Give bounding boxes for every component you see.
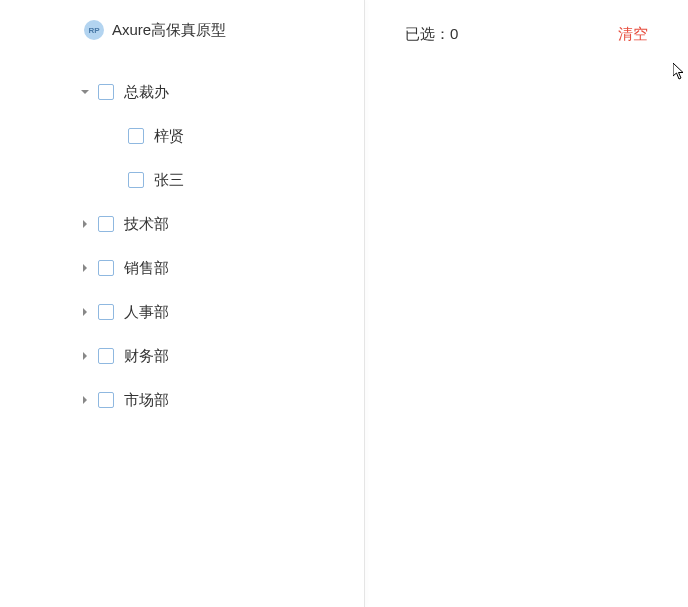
tree-item-label: 张三 [154,171,184,190]
tree-item-label: 销售部 [124,259,169,278]
header-title: Axure高保真原型 [112,21,226,40]
tree-item-label: 梓贤 [154,127,184,146]
checkbox[interactable] [98,392,114,408]
rp-badge-icon: RP [84,20,104,40]
tree-item[interactable]: 人事部 [78,290,344,334]
selected-prefix: 已选： [405,25,450,42]
checkbox[interactable] [98,304,114,320]
chevron-down-icon[interactable] [78,87,92,97]
tree-item[interactable]: 销售部 [78,246,344,290]
checkbox[interactable] [128,172,144,188]
tree-item-label: 总裁办 [124,83,169,102]
right-panel: 已选：0 清空 [365,0,688,607]
chevron-right-icon[interactable] [78,219,92,229]
chevron-right-icon[interactable] [78,307,92,317]
tree-item-label: 财务部 [124,347,169,366]
checkbox[interactable] [98,260,114,276]
tree-item[interactable]: 财务部 [78,334,344,378]
left-panel: RP Axure高保真原型 总裁办梓贤张三技术部销售部人事部财务部市场部 [0,0,365,607]
checkbox[interactable] [98,216,114,232]
chevron-right-icon[interactable] [78,263,92,273]
checkbox[interactable] [98,84,114,100]
tree-item[interactable]: 市场部 [78,378,344,422]
tree-item-label: 技术部 [124,215,169,234]
tree-item-label: 市场部 [124,391,169,410]
selected-count: 0 [450,25,458,42]
clear-button[interactable]: 清空 [618,25,648,44]
right-header: 已选：0 清空 [405,25,648,44]
checkbox[interactable] [128,128,144,144]
tree-item[interactable]: 技术部 [78,202,344,246]
tree-item[interactable]: 张三 [78,158,344,202]
selected-count-label: 已选：0 [405,25,458,44]
tree-item[interactable]: 总裁办 [78,70,344,114]
tree-item-label: 人事部 [124,303,169,322]
chevron-right-icon[interactable] [78,395,92,405]
checkbox[interactable] [98,348,114,364]
tree-item[interactable]: 梓贤 [78,114,344,158]
header-row: RP Axure高保真原型 [34,20,344,40]
chevron-right-icon[interactable] [78,351,92,361]
tree-list: 总裁办梓贤张三技术部销售部人事部财务部市场部 [34,70,344,422]
